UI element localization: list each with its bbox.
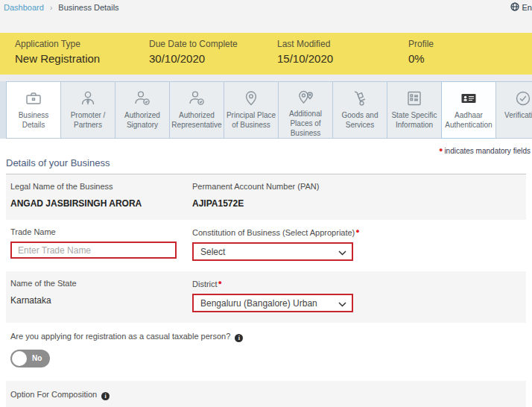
tab-label: Authorized Representative: [170, 110, 224, 130]
banner-value: 15/10/2020: [277, 52, 408, 65]
top-header: Dashboard › Business Details Eng: [0, 0, 532, 33]
banner-label: Profile: [408, 39, 532, 49]
constitution-label: Constitution of Business (Select Appropr…: [192, 227, 520, 237]
language-label: Eng: [522, 3, 532, 12]
globe-icon: [510, 2, 519, 13]
district-label: District●: [192, 279, 520, 288]
banner-value: 0%: [408, 52, 532, 65]
tab-verification[interactable]: Verification: [495, 81, 532, 139]
tab-state-specific[interactable]: State Specific Information: [387, 81, 441, 139]
banner-value: 30/10/2020: [149, 52, 277, 65]
tab-label: Verification: [503, 110, 532, 120]
casual-taxable-field: Are you applying for registration as a c…: [10, 330, 520, 370]
banner-due-date: Due Date to Complete 30/10/2020: [149, 39, 277, 75]
constitution-field: Constitution of Business (Select Appropr…: [192, 227, 520, 261]
chevron-down-icon: [338, 297, 346, 310]
tab-aadhaar-authentication[interactable]: Aadhaar Authentication: [441, 81, 495, 139]
casual-taxable-question: Are you applying for registration as a c…: [10, 330, 260, 343]
tab-additional-places[interactable]: Additional Places of Business: [278, 81, 332, 139]
tab-label: Business Details: [7, 110, 60, 130]
form-row-state-district: Name of the State Karnataka District● Be…: [6, 271, 526, 323]
tab-label: Additional Places of Business: [279, 109, 332, 138]
pan-field: Permanent Account Number (PAN) AJIPA1572…: [192, 182, 520, 209]
toggle-knob: [12, 351, 27, 366]
mandatory-fields-note: ●indicates mandatory fields: [0, 146, 531, 155]
info-icon[interactable]: i: [235, 334, 243, 342]
application-status-banner: Application Type New Registration Due Da…: [0, 33, 532, 75]
legal-name-value: ANGAD JASBIRSINGH ARORA: [10, 198, 142, 209]
breadcrumb-dashboard-link[interactable]: Dashboard: [4, 3, 44, 12]
required-dot-icon: ●: [218, 279, 222, 286]
tab-principal-place[interactable]: Principal Place of Business: [224, 81, 278, 139]
district-field: District● Bengaluru (Bangalore) Urban: [192, 279, 520, 312]
form-row-casual-taxable: Are you applying for registration as a c…: [6, 323, 526, 381]
trade-name-input[interactable]: [10, 242, 177, 259]
breadcrumb-current-page: Business Details: [58, 3, 118, 12]
briefcase-icon: [24, 88, 43, 109]
district-selected-value: Bengaluru (Bangalore) Urban: [200, 298, 317, 309]
constitution-select[interactable]: Select: [192, 242, 353, 261]
pan-value: AJIPA1572E: [192, 198, 244, 209]
trade-name-field: Trade Name: [10, 227, 192, 261]
tab-goods-services[interactable]: Goods and Services: [332, 81, 387, 139]
composition-field: Option For Composition i No: [10, 388, 520, 407]
person-check-icon: [133, 88, 152, 109]
tab-label: Promoter / Partners: [61, 110, 115, 130]
constitution-selected-value: Select: [200, 247, 225, 257]
form-row-trade-constitution: Trade Name Constitution of Business (Sel…: [6, 220, 526, 271]
legal-name-label: Legal Name of the Business: [10, 182, 192, 191]
tab-business-details[interactable]: Business Details: [6, 81, 60, 139]
tab-label: State Specific Information: [387, 110, 441, 130]
banner-last-modified: Last Modified 15/10/2020: [277, 39, 408, 75]
banner-application-type: Application Type New Registration: [15, 39, 149, 75]
tab-label: Goods and Services: [333, 110, 387, 130]
composition-label: Option For Composition i: [10, 388, 260, 401]
tab-label: Aadhaar Authentication: [442, 110, 495, 130]
page-title: Details of your Business: [6, 157, 532, 168]
banner-label: Last Modified: [277, 39, 408, 49]
id-card-icon: [459, 88, 478, 109]
info-icon[interactable]: i: [101, 392, 110, 400]
document-list-icon: [405, 88, 424, 109]
breadcrumb-separator: ›: [50, 4, 52, 12]
tab-strip: Business Details Promoter / Partners: [0, 75, 532, 139]
casual-taxable-toggle[interactable]: No: [10, 350, 50, 367]
toggle-state-label: No: [32, 354, 42, 362]
state-field: Name of the State Karnataka: [10, 279, 192, 312]
business-details-form: Legal Name of the Business ANGAD JASBIRS…: [6, 174, 526, 407]
form-row-legal-pan: Legal Name of the Business ANGAD JASBIRS…: [6, 174, 526, 220]
chevron-down-icon: [338, 245, 346, 259]
banner-profile: Profile 0%: [408, 39, 532, 75]
mandatory-dot-icon: ●: [439, 146, 443, 154]
person-icon: [78, 88, 98, 109]
state-value: Karnataka: [10, 295, 51, 306]
banner-label: Application Type: [15, 39, 149, 49]
hand-truck-icon: [350, 88, 370, 109]
state-label: Name of the State: [10, 279, 192, 288]
tab-promoter-partners[interactable]: Promoter / Partners: [60, 81, 115, 139]
district-select[interactable]: Bengaluru (Bangalore) Urban: [192, 294, 353, 312]
legal-name-field: Legal Name of the Business ANGAD JASBIRS…: [10, 182, 192, 209]
tab-authorized-signatory[interactable]: Authorized Signatory: [115, 81, 169, 139]
tab-label: Principal Place of Business: [224, 110, 278, 130]
language-selector[interactable]: Eng: [510, 2, 532, 13]
tab-authorized-representative[interactable]: Authorized Representative: [169, 81, 224, 139]
person-check-icon: [187, 88, 206, 109]
check-circle-icon: [513, 88, 532, 109]
breadcrumb: Dashboard › Business Details: [4, 3, 119, 12]
banner-label: Due Date to Complete: [149, 39, 277, 49]
required-dot-icon: ●: [355, 227, 359, 235]
map-pins-icon: [296, 88, 315, 107]
pan-label: Permanent Account Number (PAN): [192, 182, 520, 191]
tab-label: Authorized Signatory: [115, 110, 169, 130]
trade-name-label: Trade Name: [10, 227, 192, 236]
map-pin-icon: [241, 88, 261, 109]
form-row-composition: Option For Composition i No: [6, 381, 526, 407]
banner-value: New Registration: [15, 52, 149, 65]
